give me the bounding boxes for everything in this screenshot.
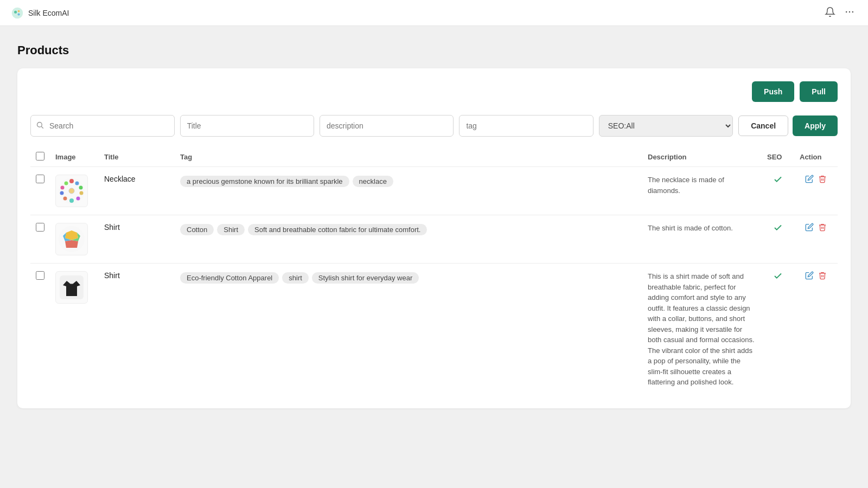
svg-marker-25: [65, 240, 78, 248]
tag-row: a precious gemstone known for its brilli…: [180, 175, 637, 188]
col-header-seo: SEO: [762, 147, 794, 167]
tag-row: Cotton Shirt Soft and breathable cotton …: [180, 223, 637, 236]
pull-button[interactable]: Pull: [800, 81, 838, 102]
tag-pill: Shirt: [217, 224, 245, 235]
notification-button[interactable]: [822, 4, 838, 21]
svg-line-8: [41, 126, 43, 128]
edit-button[interactable]: [805, 175, 814, 185]
table-row: Shirt Eco-friendly Cotton Apparel shirt …: [30, 264, 838, 395]
products-table: Image Title Tag Description SEO Action: [30, 147, 838, 395]
product-image: [55, 175, 88, 207]
tag-pill: necklace: [353, 176, 393, 187]
svg-point-2: [18, 10, 20, 12]
table-row: Necklace a precious gemstone known for i…: [30, 167, 838, 215]
svg-point-14: [76, 197, 80, 201]
col-header-tag: Tag: [175, 147, 642, 167]
edit-button[interactable]: [805, 271, 814, 282]
svg-point-17: [60, 191, 64, 195]
svg-point-10: [69, 179, 74, 183]
select-all-checkbox[interactable]: [36, 152, 44, 160]
tag-pill: shirt: [282, 272, 309, 284]
svg-point-13: [80, 191, 84, 195]
product-description: The necklace is made of diamonds.: [648, 176, 724, 195]
action-icons: [800, 223, 832, 234]
search-icon: [36, 121, 44, 131]
more-button[interactable]: [842, 4, 857, 21]
action-icons: [800, 271, 832, 282]
topbar-left: Silk EcomAI: [11, 7, 69, 20]
delete-button[interactable]: [818, 223, 827, 234]
edit-button[interactable]: [805, 223, 814, 234]
svg-point-15: [69, 198, 74, 203]
tag-pill: Eco-friendly Cotton Apparel: [180, 272, 279, 284]
product-name: Shirt: [104, 223, 120, 232]
tag-pill: Soft and breathable cotton fabric for ul…: [248, 224, 427, 235]
bell-icon: [825, 7, 835, 17]
tag-pill: a precious gemstone known for its brilli…: [180, 176, 349, 187]
apply-button[interactable]: Apply: [793, 115, 838, 136]
seo-select[interactable]: SEO:All SEO:Yes SEO:No: [599, 115, 733, 137]
title-input[interactable]: [180, 115, 314, 137]
delete-button[interactable]: [818, 271, 827, 282]
page: Products Push Pull SEO:All SEO:Yes: [0, 26, 868, 408]
svg-point-18: [61, 186, 65, 190]
product-description: This is a shirt made of soft and breatha…: [648, 272, 755, 386]
col-header-action: Action: [794, 147, 838, 167]
tag-pill: Cotton: [180, 224, 214, 235]
dots-icon: [844, 7, 855, 17]
svg-point-1: [14, 10, 17, 13]
search-input[interactable]: [30, 115, 175, 137]
search-wrap: [30, 115, 175, 137]
tag-pill: Stylish shirt for everyday wear: [312, 272, 419, 284]
page-title: Products: [17, 43, 851, 57]
svg-point-16: [63, 197, 67, 201]
seo-status: [767, 223, 789, 233]
table-row: Shirt Cotton Shirt Soft and breathable c…: [30, 215, 838, 264]
app-title: Silk EcomAI: [28, 9, 69, 17]
svg-point-3: [17, 13, 20, 15]
svg-point-5: [849, 11, 851, 13]
cancel-button[interactable]: Cancel: [738, 115, 788, 136]
seo-status: [767, 175, 789, 184]
svg-point-0: [12, 7, 23, 18]
logo-icon: [11, 7, 24, 20]
filter-row: SEO:All SEO:Yes SEO:No Cancel Apply: [30, 115, 838, 137]
svg-point-11: [75, 182, 79, 185]
svg-point-7: [37, 123, 42, 127]
product-image: [55, 223, 88, 255]
svg-point-12: [79, 186, 83, 190]
svg-point-6: [852, 11, 854, 13]
products-card: Push Pull SEO:All SEO:Yes SEO:No: [17, 68, 851, 408]
product-name: Shirt: [104, 271, 120, 280]
push-button[interactable]: Push: [752, 81, 794, 102]
toolbar: Push Pull: [30, 81, 838, 102]
product-image: [55, 271, 88, 304]
row-checkbox[interactable]: [36, 223, 44, 232]
row-checkbox[interactable]: [36, 271, 44, 280]
col-header-description: Description: [642, 147, 762, 167]
col-header-image: Image: [50, 147, 99, 167]
tag-input[interactable]: [459, 115, 593, 137]
row-checkbox[interactable]: [36, 175, 44, 183]
svg-point-4: [846, 11, 847, 13]
svg-point-20: [69, 188, 74, 194]
col-header-title: Title: [99, 147, 175, 167]
svg-point-19: [65, 182, 68, 185]
product-description: The shirt is made of cotton.: [648, 224, 733, 232]
topbar: Silk EcomAI: [0, 0, 868, 26]
topbar-right: [822, 4, 857, 21]
description-input[interactable]: [320, 115, 454, 137]
tag-row: Eco-friendly Cotton Apparel shirt Stylis…: [180, 271, 637, 285]
filter-actions: Cancel Apply: [738, 115, 838, 136]
product-name: Necklace: [104, 175, 136, 183]
action-icons: [800, 175, 832, 185]
delete-button[interactable]: [818, 175, 827, 185]
seo-status: [767, 271, 789, 281]
